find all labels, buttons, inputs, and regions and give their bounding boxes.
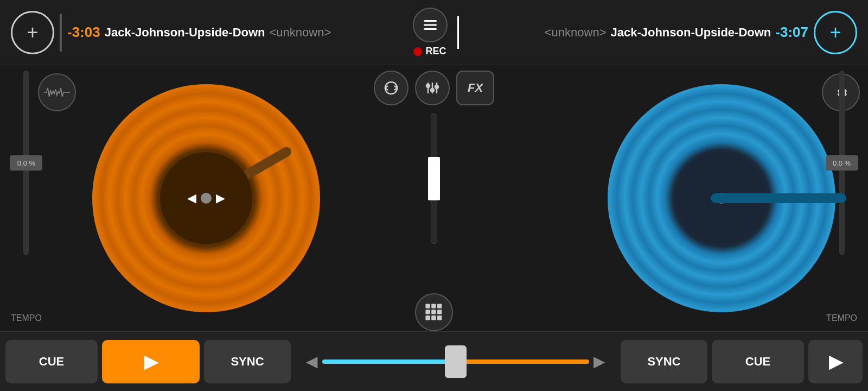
sync-left-button[interactable]: SYNC (204, 340, 291, 383)
grid-button[interactable] (415, 293, 453, 331)
tempo-track-left[interactable]: 0.0 % (23, 71, 29, 255)
waveform-marker-left (60, 14, 62, 52)
crossfader-column (431, 113, 437, 280)
cue-right-button[interactable]: CUE (712, 340, 804, 383)
left-deck: 0.0 % TEMPO ◀ ▶ (0, 65, 380, 331)
turntable-center-left: ◀ ▶ (160, 152, 252, 244)
turntable-spindle-left (201, 193, 212, 204)
hamburger-menu-button[interactable] (413, 8, 448, 42)
next-track-left[interactable]: ▶ (216, 191, 225, 205)
rec-area: REC (413, 46, 446, 57)
svg-rect-0 (424, 20, 437, 22)
add-track-right-button[interactable]: + (814, 11, 857, 54)
svg-rect-1 (424, 24, 437, 26)
center-mixer: FX (380, 65, 488, 331)
pitch-fader-thumb[interactable] (428, 157, 440, 200)
eq-mixer-button[interactable] (415, 71, 450, 105)
turntable-right[interactable] (608, 84, 835, 312)
waveform-marker-right (457, 16, 459, 49)
svg-rect-11 (437, 304, 442, 308)
waveform-button[interactable] (38, 73, 76, 111)
fx-label: FX (468, 81, 483, 95)
add-track-left-button[interactable]: + (11, 11, 54, 54)
center-top-controls: REC (413, 8, 448, 57)
track-info-right: <unknown> Jack-Johnson-Upside-Down -3:07 (469, 24, 809, 41)
play-left-button[interactable]: ▶ (102, 340, 200, 383)
svg-rect-17 (437, 316, 442, 320)
svg-rect-10 (431, 304, 436, 308)
crossfader-thumb[interactable] (445, 345, 467, 378)
tempo-label-right: TEMPO (826, 313, 857, 326)
track-name-right: Jack-Johnson-Upside-Down (610, 26, 771, 40)
top-bar: + -3:03 Jack-Johnson-Upside-Down <unknow… (0, 0, 868, 65)
pitch-fader-track[interactable] (431, 113, 437, 244)
cue-left-button[interactable]: CUE (5, 340, 98, 383)
track-name-left: Jack-Johnson-Upside-Down (105, 26, 265, 40)
svg-rect-13 (431, 310, 436, 314)
bottom-bar: CUE ▶ SYNC ◀ ▶ SYNC CUE ▶ (0, 331, 868, 391)
time-right: -3:07 (775, 24, 808, 41)
main-area: 0.0 % TEMPO ◀ ▶ (0, 65, 868, 331)
right-deck: 0.0 % TEMPO (488, 65, 868, 331)
svg-rect-14 (437, 310, 442, 314)
svg-rect-9 (425, 304, 430, 308)
svg-rect-15 (425, 316, 430, 320)
grid-icon (424, 302, 444, 322)
svg-point-6 (431, 89, 434, 92)
sync-circle-icon (382, 79, 400, 97)
crossfader-wrap: ◀ ▶ (295, 352, 616, 370)
eq-icon (424, 79, 441, 97)
rec-dot (413, 47, 422, 56)
sync-right-button[interactable]: SYNC (621, 340, 707, 383)
mixer-controls-row: FX (374, 71, 494, 105)
turntable-left[interactable]: ◀ ▶ (92, 84, 320, 312)
crossfader-arrow-right[interactable]: ▶ (593, 352, 605, 370)
svg-rect-2 (424, 28, 437, 30)
waveform-icon (44, 86, 70, 99)
crossfader-track[interactable] (322, 360, 589, 364)
svg-rect-12 (425, 310, 430, 314)
time-left: -3:03 (67, 24, 100, 41)
crossfader-arrow-left[interactable]: ◀ (306, 352, 318, 370)
turntable-disc-left[interactable]: ◀ ▶ (92, 84, 320, 312)
tempo-thumb-right[interactable]: 0.0 % (826, 155, 858, 171)
tempo-track-right[interactable]: 0.0 % (839, 71, 845, 255)
sync-circle-button[interactable] (374, 71, 409, 105)
track-info-left: -3:03 Jack-Johnson-Upside-Down <unknown> (67, 24, 407, 41)
prev-track-left[interactable]: ◀ (187, 191, 196, 205)
tempo-slider-left[interactable]: 0.0 % TEMPO (11, 65, 42, 331)
play-right-button[interactable]: ▶ (808, 340, 863, 383)
tempo-label-left: TEMPO (11, 313, 42, 326)
svg-point-8 (435, 85, 438, 89)
tempo-thumb-left[interactable]: 0.0 % (10, 155, 42, 171)
track-unknown-left: <unknown> (270, 26, 331, 40)
track-unknown-right: <unknown> (545, 26, 607, 40)
turntable-disc-right[interactable] (608, 84, 835, 312)
rec-label: REC (425, 46, 446, 57)
svg-point-4 (426, 84, 430, 87)
turntable-arm-right (711, 193, 846, 203)
hamburger-icon (422, 16, 439, 34)
svg-rect-16 (431, 316, 436, 320)
